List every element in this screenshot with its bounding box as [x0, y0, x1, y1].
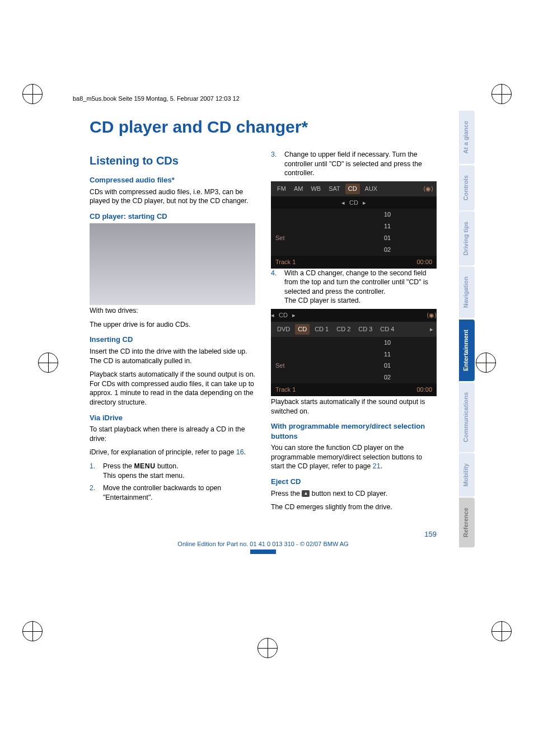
source-tab-cd: CD	[345, 184, 360, 194]
menu-button-label: MENU	[134, 462, 155, 471]
register-mark-icon	[491, 621, 512, 641]
register-mark-icon	[491, 84, 512, 104]
heading-compressed: Compressed audio files*	[90, 175, 255, 185]
left-column: Listening to CDs Compressed audio files*…	[90, 150, 255, 516]
heading-inserting: Inserting CD	[90, 335, 255, 345]
text-eject-1: Press the ▲ button next to CD player.	[271, 489, 437, 499]
source-tab-am: AM	[291, 184, 306, 194]
heading-listening: Listening to CDs	[90, 153, 255, 168]
text-insert-2: Playback starts automatically if the sou…	[90, 370, 255, 407]
register-mark-icon	[257, 638, 278, 658]
source-tab-cd4: CD 4	[377, 324, 397, 335]
tab-entertainment[interactable]: Entertainment	[459, 320, 475, 381]
step-4: 4. With a CD changer, change to the seco…	[271, 269, 437, 306]
idrive-screenshot-2: ◂CD▸⟨◉⟩ DVD CD CD 1 CD 2 CD 3 CD 4 ▸ 10 …	[271, 309, 437, 396]
register-mark-icon	[22, 621, 43, 641]
source-tab-cd2: CD 2	[334, 324, 353, 335]
step-number: 3.	[271, 150, 279, 178]
heading-starting-cd: CD player: starting CD	[90, 212, 255, 222]
time-label: 00:00	[416, 258, 432, 266]
source-tab-wb: WB	[308, 184, 324, 194]
register-mark-icon	[38, 353, 58, 373]
step-1: 1. Press the MENU button. This opens the…	[90, 462, 255, 480]
footer-line: Online Edition for Part no. 01 41 0 013 …	[90, 541, 437, 547]
heading-via-idrive: Via iDrive	[90, 413, 255, 423]
tab-communications[interactable]: Communications	[459, 382, 475, 452]
text-via-1: To start playback when there is already …	[90, 425, 255, 443]
heading-eject: Eject CD	[271, 477, 437, 487]
text-eject-2: The CD emerges slightly from the drive.	[271, 503, 437, 512]
thumb-index: At a glance Controls Driving tips Naviga…	[459, 111, 475, 548]
time-label: 00:00	[416, 386, 432, 394]
text-via-2: iDrive, for explanation of principle, re…	[90, 448, 255, 457]
tab-navigation[interactable]: Navigation	[459, 266, 475, 318]
step-number: 2.	[90, 483, 97, 502]
tab-reference[interactable]: Reference	[459, 497, 475, 547]
step-number: 1.	[90, 462, 97, 480]
text-two-drives-2: The upper drive is for audio CDs.	[90, 320, 255, 330]
step-number: 4.	[271, 269, 279, 306]
tab-driving-tips[interactable]: Driving tips	[459, 212, 475, 266]
running-header: ba8_m5us.book Seite 159 Montag, 5. Febru…	[73, 95, 240, 102]
tab-at-a-glance[interactable]: At a glance	[459, 111, 475, 164]
track-label: Track 1	[275, 386, 296, 394]
page-ref-21[interactable]: 21	[373, 462, 381, 470]
controller-icon: ⟨◉⟩	[423, 185, 433, 193]
register-mark-icon	[22, 84, 43, 104]
source-tab-cd3: CD 3	[355, 324, 375, 335]
scroll-right-icon: ▸	[430, 325, 433, 334]
text-insert-1: Insert the CD into the drive with the la…	[90, 347, 255, 365]
controller-icon: ⟨◉⟩	[427, 311, 437, 320]
right-column: 3. Change to upper field if necessary. T…	[271, 150, 437, 516]
source-tab-fm: FM	[274, 184, 289, 194]
footer-bar	[250, 550, 276, 554]
heading-programmable: With programmable memory/direct selectio…	[271, 421, 437, 441]
text-compressed: CDs with compressed audio files, i.e. MP…	[90, 187, 255, 206]
source-tab-aux: AUX	[362, 184, 381, 194]
text-playback-auto: Playback starts automatically if the sou…	[271, 397, 437, 416]
dashboard-photo	[90, 223, 255, 305]
text-two-drives-1: With two drives:	[90, 306, 255, 316]
register-mark-icon	[476, 353, 496, 373]
track-label: Track 1	[275, 258, 296, 266]
page-number: 159	[90, 530, 437, 538]
tab-controls[interactable]: Controls	[459, 165, 475, 210]
page-ref-16[interactable]: 16	[236, 448, 244, 456]
steps-list: 1. Press the MENU button. This opens the…	[90, 462, 255, 502]
tab-mobility[interactable]: Mobility	[459, 453, 475, 497]
step-3: 3. Change to upper field if necessary. T…	[271, 150, 437, 178]
source-tab-dvd: DVD	[274, 324, 293, 335]
source-tab-cd: CD	[295, 324, 310, 335]
source-tab-cd1: CD 1	[312, 324, 331, 335]
source-tab-sat: SAT	[326, 184, 343, 194]
eject-icon: ▲	[302, 490, 310, 497]
text-programmable: You can store the function CD player on …	[271, 443, 437, 471]
idrive-screenshot-1: FM AM WB SAT CD AUX ⟨◉⟩ ◂CD▸ 10 11 Set01…	[271, 181, 437, 269]
step-2: 2. Move the controller backwards to open…	[90, 483, 255, 502]
page-title: CD player and CD changer*	[90, 118, 437, 137]
